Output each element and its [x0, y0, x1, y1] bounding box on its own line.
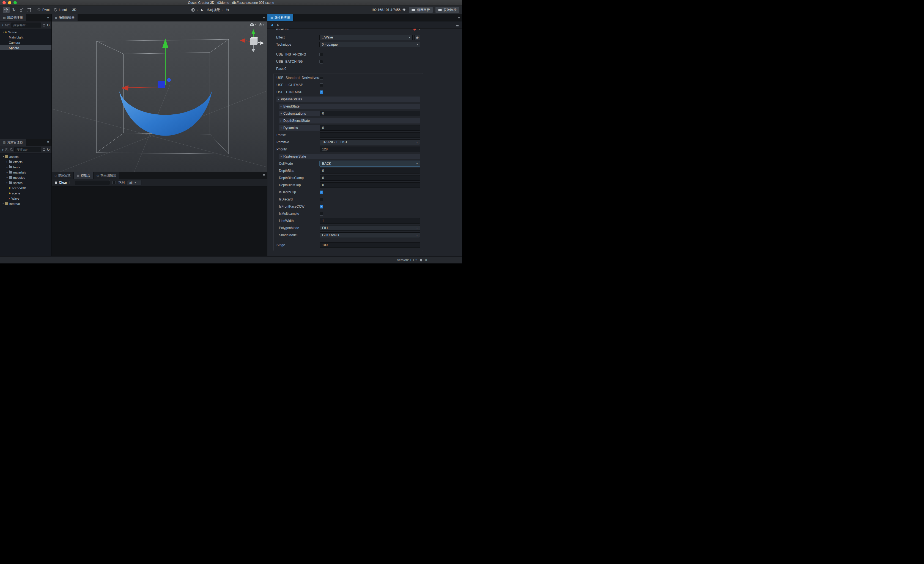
install-path-button[interactable]: 安装路径 — [435, 7, 459, 13]
gizmo-settings-button[interactable]: ▾ — [259, 23, 264, 27]
axis-cube[interactable] — [250, 39, 256, 45]
log-export-button[interactable] — [70, 180, 72, 185]
pivot-mode-button[interactable]: Pivot — [37, 8, 50, 12]
gizmo-arrow-y[interactable] — [162, 39, 168, 48]
collapse-all-icon[interactable] — [43, 148, 45, 151]
chevron-right-icon[interactable]: ▸ — [6, 176, 9, 179]
chevron-right-icon[interactable]: ▸ — [2, 202, 5, 205]
red-status-dot[interactable] — [414, 28, 416, 30]
isdiscard-checkbox[interactable] — [320, 198, 323, 201]
project-path-button[interactable]: 项目路径 — [409, 7, 433, 13]
lock-icon[interactable] — [456, 23, 459, 27]
customizations-input[interactable]: 0 — [320, 111, 420, 116]
section-header-blendstate[interactable]: ▸BlendState — [279, 104, 420, 109]
history-forward-button[interactable]: ▶ — [277, 23, 279, 26]
log-level-select[interactable]: all ▾ — [127, 180, 141, 186]
minimize-window-button[interactable] — [8, 1, 11, 4]
hierarchy-search-input[interactable] — [11, 22, 41, 27]
sort-assets-button[interactable] — [5, 148, 9, 151]
gizmo-origin-handle[interactable] — [167, 78, 171, 82]
tree-item-main-light[interactable]: Main Light — [0, 34, 51, 40]
tab-inspector[interactable]: ▤ 属性检查器 — [267, 14, 294, 21]
tree-item-scene[interactable]: ▾◆Scene — [0, 30, 51, 34]
regex-checkbox[interactable] — [112, 181, 116, 184]
phase-input[interactable] — [320, 132, 420, 138]
scale-tool-button[interactable] — [18, 7, 25, 13]
depthbiasclamp-input[interactable]: 0 — [320, 175, 420, 181]
dynamics-input[interactable]: 0 — [320, 125, 420, 131]
polygonmode-select[interactable]: FILL▾ — [320, 225, 420, 231]
console-tab-[interactable]: ▤控制台 — [74, 172, 93, 179]
use-standard-derivatives-checkbox[interactable] — [320, 76, 323, 80]
chevron-right-icon[interactable]: ▸ — [6, 161, 9, 163]
rect-tool-button[interactable] — [26, 7, 33, 13]
zoom-window-button[interactable] — [14, 1, 17, 4]
tree-item-assets[interactable]: ▾assets — [0, 154, 51, 159]
create-node-button[interactable]: + — [2, 23, 4, 27]
shademodel-select[interactable]: GOURAND▾ — [320, 232, 420, 238]
panel-menu-icon[interactable]: ≡ — [47, 16, 49, 19]
tree-item-materials[interactable]: ▸materials — [0, 170, 51, 175]
chevron-down-icon[interactable]: ▾ — [418, 28, 420, 30]
tree-item-sphere[interactable]: Sphere — [0, 45, 51, 50]
use-instancing-checkbox[interactable] — [320, 53, 323, 56]
close-window-button[interactable] — [3, 1, 6, 4]
chevron-down-icon[interactable]: ▾ — [2, 31, 5, 33]
tree-item-camera[interactable]: Camera — [0, 40, 51, 45]
assets-search-input[interactable] — [14, 147, 42, 152]
tab-scene-editor[interactable]: ▦ 场景编辑器 — [52, 14, 78, 21]
refresh-icon[interactable]: ↻ — [47, 23, 50, 27]
dimension-mode-button[interactable]: 3D — [70, 8, 76, 12]
camera-view-button[interactable]: ▾ — [250, 23, 256, 26]
translate-gizmo[interactable] — [121, 39, 171, 91]
axis-neg-y-arrow[interactable] — [251, 49, 255, 52]
priority-input[interactable]: 128 — [320, 147, 420, 152]
depthbiasslop-input[interactable]: 0 — [320, 183, 420, 188]
cullmode-select[interactable]: BACK▾ — [320, 161, 420, 166]
scene-3d-canvas[interactable] — [52, 21, 267, 172]
isfrontfaceccw-checkbox[interactable]: ✓ — [320, 205, 323, 208]
tab-hierarchy[interactable]: ▤ 层级管理器 — [0, 14, 26, 21]
section-header-depthstencilstate[interactable]: ▸DepthStencilState — [279, 118, 420, 123]
gizmo-plane-handle[interactable] — [158, 81, 165, 88]
panel-menu-icon[interactable]: ≡ — [263, 173, 265, 177]
search-filter-button[interactable] — [10, 148, 13, 151]
bell-icon[interactable] — [420, 259, 423, 262]
tree-item-sprites[interactable]: ▸sprites — [0, 180, 51, 186]
tree-item-modules[interactable]: ▸modules — [0, 175, 51, 180]
play-button[interactable]: ▶ — [201, 8, 203, 12]
use-tonemap-checkbox[interactable]: ✓ — [320, 90, 323, 94]
linewidth-input[interactable]: 1 — [320, 218, 420, 224]
refresh-scene-button[interactable]: ↻ — [226, 8, 230, 12]
gizmo-arrow-x[interactable] — [121, 85, 129, 91]
axis-y-arrow[interactable] — [251, 29, 255, 34]
ismultisample-checkbox[interactable] — [320, 212, 323, 215]
create-asset-button[interactable]: + — [2, 148, 4, 151]
move-tool-button[interactable] — [3, 7, 10, 13]
use-lightmap-checkbox[interactable] — [320, 83, 323, 87]
collapse-all-icon[interactable] — [43, 24, 45, 27]
chevron-down-icon[interactable]: ▾ — [2, 156, 5, 158]
console-output[interactable] — [52, 187, 267, 256]
clear-console-button[interactable]: Clear — [54, 181, 67, 184]
axis-x-arrow[interactable] — [240, 38, 245, 43]
section-header-pipelinestates[interactable]: ▾PipelineStates — [276, 97, 420, 102]
technique-select[interactable]: 0 - opaque▾ — [320, 42, 420, 47]
tree-item-fonts[interactable]: ▸fonts — [0, 165, 51, 170]
depthbias-input[interactable]: 0 — [320, 168, 420, 174]
tree-item-internal[interactable]: ▸internal — [0, 201, 51, 206]
refresh-icon[interactable]: ↻ — [47, 148, 50, 151]
console-tab-[interactable]: ◷动画编辑器 — [93, 172, 119, 179]
use-batching-checkbox[interactable] — [320, 60, 323, 64]
tree-item-wave[interactable]: ●Wave — [0, 196, 51, 201]
console-tab-[interactable]: □资源预览 — [52, 172, 74, 179]
coordinate-mode-button[interactable]: Local — [54, 8, 67, 12]
history-back-button[interactable]: ◀ — [271, 23, 273, 26]
orientation-gizmo[interactable] — [240, 29, 264, 52]
sphere-mesh[interactable] — [119, 91, 212, 136]
rotate-tool-button[interactable]: ↻ — [10, 7, 17, 13]
tree-item-scene[interactable]: ◆scene — [0, 191, 51, 196]
search-filter-button[interactable]: ▾ — [5, 24, 10, 27]
section-header-rasterizerstate[interactable]: ▾RasterizerState — [279, 154, 420, 159]
stage-input[interactable]: 100 — [320, 242, 420, 248]
